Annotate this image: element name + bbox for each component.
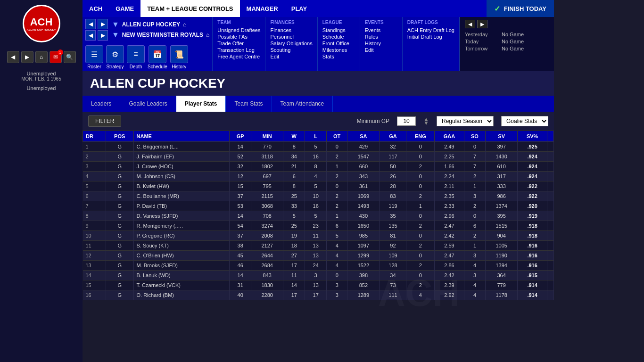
nav-search-btn[interactable]: 🔍 xyxy=(64,51,76,63)
finish-today-button[interactable]: ✓ FINISH TODAY xyxy=(487,0,554,17)
col-so[interactable]: SO xyxy=(464,131,485,142)
table-row[interactable]: 2 G J. Fairbairn (EF) 52 3118 34 16 2 15… xyxy=(83,152,554,162)
table-row[interactable]: 16 G O. Richard (BM) 40 2280 17 17 3 128… xyxy=(83,290,554,300)
team-menu-unsigned[interactable]: Unsigned Draftees xyxy=(217,27,260,33)
draft-logs-ach[interactable]: ACH Entry Draft Log xyxy=(407,27,454,33)
table-row[interactable]: 7 G P. David (TB) 53 3068 33 16 2 1493 1… xyxy=(83,201,554,211)
league-menu-milestones[interactable]: Milestones xyxy=(322,47,355,53)
games-nav-prev[interactable]: ◀ xyxy=(465,20,475,28)
col-pos[interactable]: POS xyxy=(106,131,133,142)
nav-ach[interactable]: ACH xyxy=(83,0,109,17)
finances-menu-edit[interactable]: Edit xyxy=(270,53,312,60)
table-row[interactable]: 15 G T. Czarnecki (VCK) 31 1830 14 13 3 … xyxy=(83,280,554,290)
allen-cup-link[interactable]: ALLEN CUP HOCKEY xyxy=(122,21,180,28)
table-row[interactable]: 6 G C. Boulianne (MR) 37 2115 25 10 2 10… xyxy=(83,191,554,201)
nav-arrow-down-right[interactable]: ▶ xyxy=(98,30,108,41)
table-row[interactable]: 9 G R. Montgomery (..… 54 3274 25 23 6 1… xyxy=(83,221,554,231)
games-nav-next[interactable]: ▶ xyxy=(477,20,487,28)
cell-sv: 317 xyxy=(486,172,518,181)
team-menu-free-agent[interactable]: Free Agent Centre xyxy=(217,53,260,60)
events-menu-events[interactable]: Events xyxy=(365,27,397,33)
check-icon: ✓ xyxy=(494,4,500,13)
col-w[interactable]: W xyxy=(283,131,305,142)
tab-goalie-leaders[interactable]: Goalie Leaders xyxy=(120,96,176,112)
events-menu-edit[interactable]: Edit xyxy=(365,47,397,53)
table-row[interactable]: 5 G B. Kwiet (HW) 15 795 8 5 0 361 28 0 … xyxy=(83,181,554,191)
min-gp-input[interactable] xyxy=(397,116,416,126)
league-menu-stats[interactable]: Stats xyxy=(322,53,355,60)
cell-dr: 5 xyxy=(83,181,106,191)
col-ga[interactable]: GA xyxy=(380,131,406,142)
games-nav: ◀ ▶ xyxy=(465,20,549,28)
col-ot[interactable]: OT xyxy=(327,131,347,142)
table-row[interactable]: 1 G C. Briggeman (L... 14 770 8 5 0 429 … xyxy=(83,142,554,152)
toolbar-roster[interactable]: ☰ Roster xyxy=(85,45,103,69)
events-menu-rules[interactable]: Rules xyxy=(365,33,397,40)
min-gp-spinner[interactable]: ▲▼ xyxy=(423,117,429,125)
nav-mail-btn[interactable]: ✉1 xyxy=(50,51,62,63)
nav-forward-btn[interactable]: ▶ xyxy=(21,51,33,63)
table-row[interactable]: 11 G S. Soucy (KT) 38 2127 18 13 4 1097 … xyxy=(83,241,554,251)
cell-pos: G xyxy=(106,142,133,152)
cell-sv: 395 xyxy=(486,211,518,221)
nav-arrow-down-left[interactable]: ◀ xyxy=(85,30,96,41)
col-l[interactable]: L xyxy=(305,131,327,142)
tab-team-attendance[interactable]: Team Attendance xyxy=(272,96,333,112)
nav-arrow-up-left[interactable]: ◀ xyxy=(85,19,96,29)
toolbar-history[interactable]: 📜 History xyxy=(170,45,188,69)
nav-game[interactable]: GAME xyxy=(109,0,140,17)
table-row[interactable]: 3 G J. Crowe (HOC) 32 1802 21 8 1 660 50… xyxy=(83,162,554,172)
cell-name: P. David (TB) xyxy=(133,201,230,211)
team-menu-trade-offer[interactable]: Trade Offer xyxy=(217,40,260,47)
cell-sv: 779 xyxy=(486,280,518,290)
finances-menu-scouting[interactable]: Scouting xyxy=(270,47,312,53)
toolbar-strategy[interactable]: ⚙ Strategy xyxy=(106,45,124,69)
league-menu-schedule[interactable]: Schedule xyxy=(322,33,355,40)
tab-team-stats[interactable]: Team Stats xyxy=(226,96,272,112)
team-menu-possible-fas[interactable]: Possible FAs xyxy=(217,33,260,40)
col-dr[interactable]: DR xyxy=(83,131,106,142)
league-menu-header: LEAGUE xyxy=(322,20,355,25)
col-name[interactable]: NAME xyxy=(133,131,230,142)
nav-back-btn[interactable]: ◀ xyxy=(7,51,19,63)
nav-team-league[interactable]: TEAM + LEAGUE CONTROLS xyxy=(140,0,239,17)
table-row[interactable]: 12 G C. O'Brien (HW) 45 2644 27 13 4 129… xyxy=(83,251,554,261)
cell-gp: 40 xyxy=(230,290,251,300)
events-menu-history[interactable]: History xyxy=(365,40,397,47)
table-row[interactable]: 8 G D. Vaness (SJFD) 14 708 5 5 1 430 35… xyxy=(83,211,554,221)
col-gp[interactable]: GP xyxy=(230,131,251,142)
col-svp[interactable]: SV% xyxy=(518,131,547,142)
new-west-link[interactable]: NEW WESTMINSTER ROYALS xyxy=(122,32,203,38)
filter-button[interactable]: FILTER xyxy=(88,115,121,127)
finances-menu-finances[interactable]: Finances xyxy=(270,27,312,33)
table-row[interactable]: 14 G B. Lanuk (WD) 14 843 11 3 0 398 34 … xyxy=(83,271,554,280)
col-sa[interactable]: SA xyxy=(347,131,380,142)
finances-menu-salary[interactable]: Salary Obligations xyxy=(270,40,312,47)
team-menu-transaction-log[interactable]: Transaction Log xyxy=(217,47,260,53)
table-row[interactable]: 10 G P. Gregoire (RC) 37 2008 19 11 5 98… xyxy=(83,231,554,241)
nav-home-btn[interactable]: ⌂ xyxy=(35,51,48,63)
col-sv[interactable]: SV xyxy=(486,131,518,142)
nav-prev-next[interactable]: ◀ ▶ ⌂ ✉1 🔍 xyxy=(7,51,76,63)
nav-play[interactable]: PLAY xyxy=(285,0,314,17)
draft-logs-initial[interactable]: Initial Draft Log xyxy=(407,33,454,40)
nav-manager[interactable]: MANAGER xyxy=(240,0,285,17)
table-row[interactable]: 4 G M. Johnson (CS) 12 697 6 4 2 343 26 … xyxy=(83,172,554,181)
cell-gaa: 1.66 xyxy=(435,162,464,172)
tab-leaders[interactable]: Leaders xyxy=(83,96,120,112)
league-menu-standings[interactable]: Standings xyxy=(322,27,355,33)
nav-arrow-up-right[interactable]: ▶ xyxy=(98,19,108,29)
table-row[interactable]: 13 G M. Brooks (SJFD) 46 2684 17 24 4 15… xyxy=(83,261,554,271)
league-menu-front-office[interactable]: Front Office xyxy=(322,40,355,47)
col-eng[interactable]: ENG xyxy=(406,131,435,142)
season-select[interactable]: Regular Season Playoffs xyxy=(437,116,494,126)
toolbar-depth[interactable]: ≡ Depth xyxy=(127,45,145,69)
tab-player-stats[interactable]: Player Stats xyxy=(176,96,226,112)
col-gaa[interactable]: GAA xyxy=(435,131,464,142)
toolbar-schedule[interactable]: 📅 Schedule xyxy=(148,45,167,69)
stats-table-container[interactable]: ACH DR POS NAME GP MIN W L OT SA GA ENG xyxy=(83,131,554,362)
stat-type-select[interactable]: Goalie Stats Skater Stats xyxy=(501,116,548,126)
finances-menu-personnel[interactable]: Personnel xyxy=(270,33,312,40)
col-min[interactable]: MIN xyxy=(251,131,283,142)
cell-min: 795 xyxy=(251,181,283,191)
